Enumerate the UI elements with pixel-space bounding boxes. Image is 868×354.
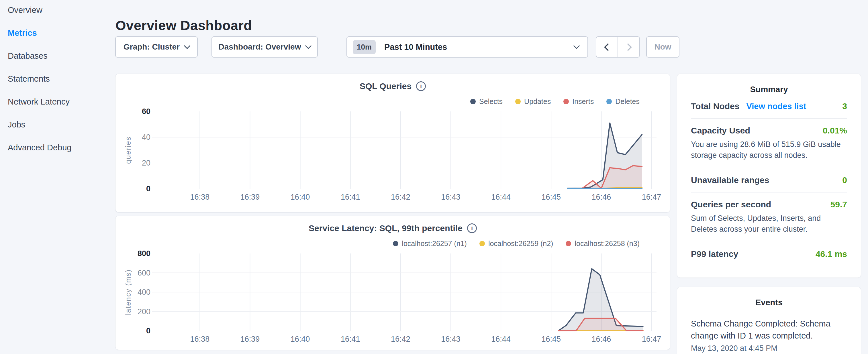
- time-range-selector[interactable]: 10m Past 10 Minutes: [346, 36, 588, 58]
- db-console-page: Overview Metrics Databases Statements Ne…: [0, 0, 868, 354]
- chart-plot-area[interactable]: [152, 254, 656, 331]
- legend-dot: [479, 241, 485, 246]
- y-tick-label: 800: [116, 249, 150, 258]
- summary-row-value: 0.01%: [823, 126, 847, 135]
- time-step-buttons: [596, 36, 640, 58]
- x-tick-label: 16:42: [383, 335, 418, 344]
- summary-row-queries-per-second: Queries per second 59.7 Sum of Selects, …: [691, 192, 847, 242]
- events-panel: Events Schema Change Completed: Schema c…: [677, 287, 861, 354]
- chart-legend: localhost:26257 (n1)localhost:26259 (n2)…: [393, 239, 640, 248]
- sidebar-item-advanced-debug[interactable]: Advanced Debug: [8, 143, 105, 152]
- legend-item: localhost:26257 (n1): [393, 239, 467, 248]
- summary-row-total-nodes: Total Nodes View nodes list 3: [691, 94, 847, 118]
- summary-row-value: 0: [842, 175, 847, 185]
- dashboard-dropdown[interactable]: Dashboard: Overview: [212, 36, 318, 58]
- summary-row-description: You are using 28.6 MiB of 515.9 GiB usab…: [691, 139, 847, 161]
- summary-row-label: Queries per second: [691, 200, 771, 210]
- legend-item: localhost:26259 (n2): [479, 239, 553, 248]
- toolbar: Graph: Cluster Dashboard: Overview 10m P…: [115, 36, 679, 58]
- time-step-back-button[interactable]: [596, 37, 618, 57]
- summary-row-label: Total Nodes: [691, 101, 739, 111]
- x-tick-label: 16:44: [484, 335, 518, 344]
- y-tick-label: 600: [116, 268, 150, 278]
- x-tick-label: 16:45: [534, 193, 568, 202]
- x-tick-label: 16:46: [584, 193, 618, 202]
- info-icon[interactable]: [467, 223, 477, 233]
- legend-item: Selects: [470, 97, 503, 106]
- chart-plot-area[interactable]: [152, 111, 656, 189]
- chart-title: SQL Queries: [360, 81, 411, 91]
- y-axis-ticks: 0204060: [116, 111, 150, 189]
- chart-header: SQL Queries: [116, 81, 670, 91]
- events-body: Schema Change Completed: Schema change w…: [677, 318, 861, 353]
- legend-dot: [607, 99, 612, 104]
- x-tick-label: 16:40: [283, 193, 317, 202]
- x-tick-label: 16:47: [634, 335, 669, 344]
- summary-title: Summary: [677, 85, 861, 94]
- toolbar-divider: [339, 39, 339, 55]
- summary-body: Total Nodes View nodes list 3 Capacity U…: [677, 94, 861, 266]
- sql-queries-chart-card: SQL Queries SelectsUpdatesInsertsDeletes…: [115, 74, 670, 213]
- legend-dot: [563, 99, 569, 104]
- time-range-label: Past 10 Minutes: [384, 42, 574, 52]
- summary-row-p99-latency: P99 latency 46.1 ms: [691, 242, 847, 266]
- time-range-badge: 10m: [353, 40, 376, 54]
- y-tick-label: 200: [116, 307, 150, 316]
- sidebar: Overview Metrics Databases Statements Ne…: [8, 5, 105, 166]
- x-tick-label: 16:41: [333, 193, 368, 202]
- y-tick-label: 40: [116, 133, 150, 142]
- summary-panel: Summary Total Nodes View nodes list 3 Ca…: [677, 74, 861, 278]
- y-tick-label: 60: [116, 107, 150, 116]
- legend-item: localhost:26258 (n3): [566, 239, 640, 248]
- y-tick-label: 0: [116, 184, 150, 193]
- summary-row-value: 46.1 ms: [815, 249, 847, 259]
- summary-row-value: 59.7: [831, 200, 847, 210]
- summary-row-unavailable-ranges: Unavailable ranges 0: [691, 168, 847, 192]
- sidebar-item-databases[interactable]: Databases: [8, 51, 105, 60]
- page-title: Overview Dashboard: [116, 17, 252, 34]
- chevron-down-icon: [184, 43, 191, 49]
- x-tick-label: 16:46: [584, 335, 618, 344]
- y-tick-label: 400: [116, 288, 150, 297]
- x-tick-label: 16:38: [183, 335, 217, 344]
- time-step-forward-button[interactable]: [618, 37, 639, 57]
- summary-row-value: 3: [842, 101, 847, 111]
- graph-dropdown[interactable]: Graph: Cluster: [115, 36, 198, 58]
- dashboard-dropdown-label: Dashboard: Overview: [219, 42, 301, 52]
- chart-header: Service Latency: SQL, 99th percentile: [116, 223, 670, 233]
- x-tick-label: 16:43: [434, 193, 468, 202]
- y-axis-ticks: 0200400600800: [116, 254, 150, 331]
- summary-row-capacity-used: Capacity Used 0.01% You are using 28.6 M…: [691, 119, 847, 168]
- sidebar-item-statements[interactable]: Statements: [8, 74, 105, 83]
- service-latency-chart-card: Service Latency: SQL, 99th percentile lo…: [115, 216, 670, 350]
- x-tick-label: 16:41: [333, 335, 368, 344]
- legend-item: Inserts: [563, 97, 594, 106]
- view-nodes-list-link[interactable]: View nodes list: [746, 102, 806, 111]
- legend-item: Updates: [515, 97, 551, 106]
- chevron-right-icon: [624, 43, 632, 51]
- info-icon[interactable]: [416, 81, 426, 91]
- sidebar-item-overview[interactable]: Overview: [8, 5, 105, 14]
- legend-dot: [515, 99, 521, 104]
- legend-item: Deletes: [607, 97, 640, 106]
- summary-row-label: Capacity Used: [691, 126, 750, 135]
- x-tick-label: 16:45: [534, 335, 568, 344]
- x-tick-label: 16:38: [183, 193, 217, 202]
- sidebar-item-jobs[interactable]: Jobs: [8, 120, 105, 129]
- graph-dropdown-label: Graph: Cluster: [124, 42, 180, 52]
- sidebar-item-metrics[interactable]: Metrics: [8, 28, 105, 37]
- now-button[interactable]: Now: [646, 36, 679, 58]
- chevron-down-icon: [305, 43, 312, 49]
- chevron-down-icon: [574, 43, 580, 49]
- chart-title: Service Latency: SQL, 99th percentile: [309, 223, 463, 233]
- now-button-label: Now: [654, 42, 671, 52]
- chart-legend: SelectsUpdatesInsertsDeletes: [470, 97, 640, 106]
- event-message[interactable]: Schema Change Completed: Schema change w…: [691, 318, 847, 342]
- x-tick-label: 16:47: [634, 193, 669, 202]
- x-tick-label: 16:39: [233, 193, 267, 202]
- summary-row-label: P99 latency: [691, 249, 738, 259]
- y-tick-label: 20: [116, 158, 150, 167]
- y-tick-label: 0: [116, 326, 150, 335]
- legend-dot: [470, 99, 476, 104]
- sidebar-item-network-latency[interactable]: Network Latency: [8, 97, 105, 106]
